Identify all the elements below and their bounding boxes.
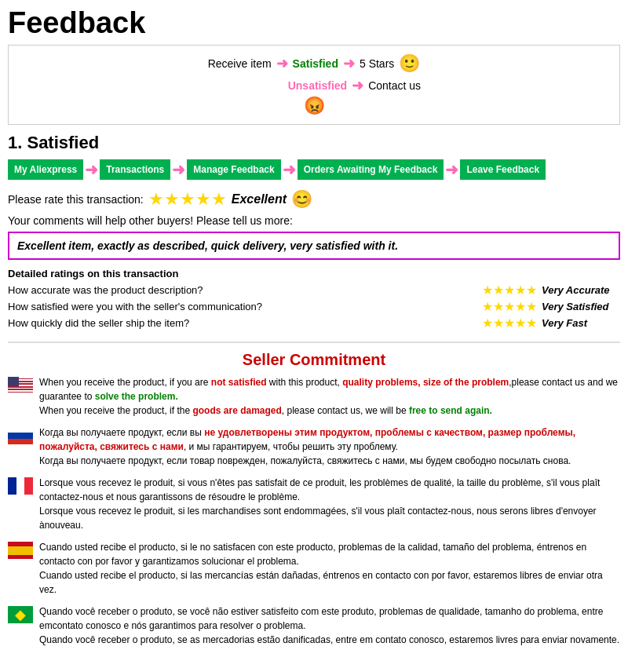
- text-part-ru-0: Когда вы получаете продукт, если вы: [39, 427, 204, 438]
- unsatisfied-label: Unsatisfied: [288, 79, 347, 92]
- flag-br: [8, 606, 33, 623]
- text-part-us-1: When you receive the product, if the: [39, 405, 192, 416]
- flag-us: [8, 377, 33, 394]
- detail-stars-label-0: ★★★★★ Very Accurate: [482, 283, 620, 298]
- comment-prompt: Your comments will help other buyers! Pl…: [8, 214, 620, 227]
- step-button-1[interactable]: Transactions: [100, 159, 170, 180]
- step-arrow-0: ➜: [83, 160, 100, 179]
- step-button-2[interactable]: Manage Feedback: [187, 159, 280, 180]
- text-part-fr-0: Lorsque vous recevez le produit, si vous…: [39, 477, 600, 502]
- commitment-text-fr: Lorsque vous recevez le produit, si vous…: [39, 476, 620, 532]
- contact-us-label: Contact us: [368, 79, 421, 92]
- step-button-3[interactable]: Orders Awaiting My Feedback: [298, 159, 444, 180]
- happy-emoji: 😊: [291, 189, 312, 210]
- detail-stars-2: ★★★★★: [482, 316, 537, 331]
- arrow-icon2: ➜: [343, 55, 355, 72]
- detail-label-0: How accurate was the product description…: [8, 284, 482, 296]
- commitment-block-fr: Lorsque vous recevez le produit, si vous…: [8, 476, 620, 532]
- receive-item-label: Receive item: [208, 57, 272, 70]
- text-part-fr-1: Lorsque vous recevez le produit, si les …: [39, 506, 597, 531]
- text-part-us-0: not satisfied: [211, 377, 267, 388]
- satisfied-label: Satisfied: [293, 57, 338, 70]
- detail-stars-0: ★★★★★: [482, 283, 537, 298]
- text-part-us-0: When you receive the product, if you are: [39, 377, 211, 388]
- commitment-text-es: Cuando usted recibe el producto, si le n…: [39, 540, 620, 597]
- frown-emoji: 😡: [304, 96, 325, 116]
- flag-fr: [8, 477, 33, 495]
- flow-diagram: Receive item ➜ Satisfied ➜ 5 Stars 🙂 Rec…: [8, 45, 620, 125]
- seller-commitment-title: Seller Commitment: [8, 351, 620, 369]
- smile-emoji: 🙂: [399, 53, 420, 74]
- rate-label: Please rate this transaction:: [8, 193, 144, 206]
- detail-label-1: How satisfied were you with the seller's…: [8, 301, 482, 312]
- arrow-icon3: ➜: [352, 77, 363, 94]
- rating-stars: ★★★★★: [148, 189, 227, 210]
- commitment-block-br: Quando você receber o produto, se você n…: [8, 604, 620, 647]
- text-part-us-0: goods are damaged: [192, 405, 281, 416]
- commitment-block-us: When you receive the product, if you are…: [8, 375, 620, 418]
- commitment-block-es: Cuando usted recibe el producto, si le n…: [8, 540, 620, 597]
- text-part-es-1: Cuando usted recibe el producto, si las …: [39, 570, 603, 595]
- commitment-text-ru: Когда вы получаете продукт, если вы не у…: [39, 425, 620, 468]
- arrow-icon: ➜: [276, 55, 288, 72]
- detailed-title: Detailed ratings on this transaction: [8, 268, 620, 279]
- page-title: Feedback: [8, 6, 620, 40]
- text-part-us-0: with this product,: [266, 377, 342, 388]
- detail-stars-label-2: ★★★★★ Very Fast: [482, 316, 620, 331]
- step-button-4[interactable]: Leave Feedback: [460, 159, 546, 180]
- commitment-text-us: When you receive the product, if you are…: [39, 375, 620, 418]
- commitment-block-ru: Когда вы получаете продукт, если вы не у…: [8, 425, 620, 468]
- detail-row-1: How satisfied were you with the seller's…: [8, 299, 620, 314]
- text-part-us-0: , please contact us, we will be: [282, 405, 409, 416]
- text-part-br-1: Quando você receber o produto, se as mer…: [39, 634, 619, 645]
- rate-row: Please rate this transaction: ★★★★★ Exce…: [8, 189, 620, 210]
- text-part-us-0: solve the problem.: [95, 391, 178, 402]
- text-part-us-0: quality problems, size of the problem: [342, 377, 509, 388]
- detail-rating-1: Very Satisfied: [542, 301, 620, 312]
- detail-stars-1: ★★★★★: [482, 299, 537, 314]
- five-stars-label: 5 Stars: [360, 57, 394, 70]
- section1-title: 1. Satisfied: [8, 133, 620, 153]
- step-arrow-3: ➜: [444, 160, 460, 179]
- detail-row-2: How quickly did the seller ship the item…: [8, 316, 620, 331]
- detail-rating-2: Very Fast: [542, 317, 620, 329]
- detail-rating-0: Very Accurate: [542, 284, 620, 296]
- detail-label-2: How quickly did the seller ship the item…: [8, 317, 482, 329]
- detailed-ratings: Detailed ratings on this transaction How…: [8, 268, 620, 331]
- text-part-es-0: Cuando usted recibe el producto, si le n…: [39, 542, 586, 567]
- flag-es: [8, 542, 33, 559]
- text-part-br-0: Quando você receber o produto, se você n…: [39, 606, 603, 631]
- text-part-ru-1: Когда вы получаете продукт, если товар п…: [39, 455, 571, 466]
- step-flow: My Aliexpress➜Transactions➜Manage Feedba…: [8, 159, 620, 180]
- text-part-ru-0: , и мы гарантируем, чтобы решить эту про…: [184, 441, 398, 452]
- text-part-us-0: free to send again.: [409, 405, 492, 416]
- flag-ru: [8, 427, 33, 444]
- comment-box: Excellent item, exactly as described, qu…: [8, 232, 620, 260]
- step-arrow-1: ➜: [170, 160, 187, 179]
- step-arrow-2: ➜: [281, 160, 298, 179]
- detail-stars-label-1: ★★★★★ Very Satisfied: [482, 299, 620, 314]
- commitment-text-br: Quando você receber o produto, se você n…: [39, 604, 620, 647]
- step-button-0[interactable]: My Aliexpress: [8, 159, 83, 180]
- excellent-label: Excellent: [232, 192, 287, 206]
- detail-row-0: How accurate was the product description…: [8, 283, 620, 298]
